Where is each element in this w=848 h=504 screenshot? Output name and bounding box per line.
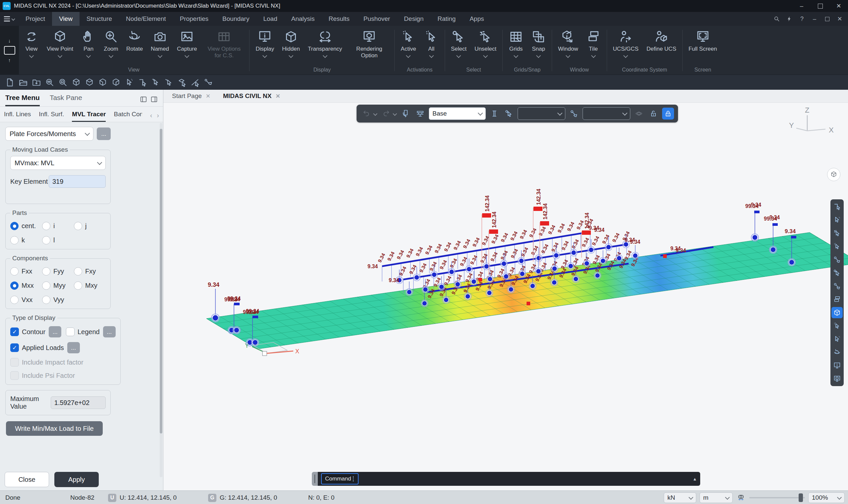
construction-stage-button[interactable] (414, 108, 426, 120)
restore-button[interactable] (811, 0, 829, 12)
radio-part-i[interactable]: i (42, 222, 74, 230)
minimize-button[interactable]: – (792, 0, 811, 12)
tab-batch-conversion[interactable]: Batch Convers (114, 111, 142, 122)
display-info-tool[interactable] (831, 360, 843, 371)
zoom-window-icon[interactable] (58, 77, 68, 87)
ribbon-ucs-gcs-button[interactable]: UCS/GCS (609, 29, 643, 57)
view-top-icon[interactable] (84, 77, 94, 87)
check-more-button[interactable]: ... (103, 326, 116, 338)
select-intersect-tool[interactable] (831, 254, 843, 265)
ribbon-zoom-button[interactable]: Zoom (100, 29, 122, 57)
tab-midas-civil-nx[interactable]: MIDAS CIVIL NX ✕ (218, 90, 285, 102)
ribbon-rotate-button[interactable]: Rotate (122, 29, 147, 52)
command-bar-grip[interactable] (312, 472, 318, 486)
stage-select[interactable]: Base (429, 107, 486, 120)
ribbon-tile-button[interactable]: Tile (582, 29, 605, 57)
ribbon-named-button[interactable]: Named (147, 29, 173, 57)
normal-axis-tool[interactable] (831, 320, 843, 331)
ribbon-hidden-button[interactable]: Hidden (278, 29, 304, 57)
display-option-tool[interactable] (831, 373, 843, 384)
ribbon-pin-control[interactable]: ↓ ↑ (0, 26, 19, 74)
dock-right-icon[interactable] (151, 96, 158, 103)
tab-tree-menu[interactable]: Tree Menu (5, 94, 40, 106)
radio-component-vyy[interactable]: Vyy (42, 296, 74, 304)
previous-step-button[interactable] (400, 108, 412, 120)
ribbon-full-screen-button[interactable]: Full Screen (685, 29, 721, 52)
result-type-more-button[interactable]: ... (97, 127, 111, 140)
menu-properties[interactable]: Properties (173, 12, 215, 26)
subtab-scroll-left-icon[interactable]: ‹ (150, 112, 152, 119)
view-side-icon[interactable] (111, 77, 121, 87)
close-tab-icon[interactable]: ✕ (206, 93, 210, 100)
length-unit-select[interactable]: m (699, 492, 733, 503)
ribbon-unselect-button[interactable]: Unselect (470, 29, 500, 57)
radio-part-l[interactable]: l (42, 236, 74, 245)
menu-load[interactable]: Load (256, 12, 284, 26)
lock-button[interactable] (662, 108, 674, 120)
menu-node-element[interactable]: Node/Element (119, 12, 173, 26)
ribbon-restore-icon[interactable] (821, 13, 833, 24)
display-hidden-toggle[interactable] (831, 307, 843, 318)
unlock-button[interactable] (647, 108, 659, 120)
ribbon-grids-button[interactable]: Grids (505, 29, 527, 57)
check-applied-loads[interactable]: Applied Loads... (10, 342, 80, 353)
radio-component-mxy[interactable]: Mxy (74, 282, 106, 290)
select-identity-icon[interactable] (204, 77, 214, 87)
check-legend[interactable]: Legend... (66, 326, 116, 338)
menu-analysis[interactable]: Analysis (284, 12, 322, 26)
transparency-toggle-icon[interactable] (736, 493, 746, 503)
moving-load-case-select[interactable]: MVmax: MVL (10, 156, 106, 170)
radio-component-fxy[interactable]: Fxy (74, 267, 106, 275)
menu-design[interactable]: Design (397, 12, 431, 26)
slider-thumb[interactable] (799, 493, 803, 502)
radio-component-fxx[interactable]: Fxx (10, 267, 42, 275)
ribbon-select-button[interactable]: Select (447, 29, 470, 57)
model-canvas[interactable]: 9.349.349.349.349.349.349.349.349.349.34… (163, 103, 848, 490)
ribbon-transparency-button[interactable]: Transparency (304, 29, 346, 57)
force-unit-select[interactable]: kN (664, 492, 696, 503)
ribbon-rendering-option-button[interactable]: Rendering Option (346, 29, 392, 59)
tab-infl-surf[interactable]: Infl. Surf. (39, 111, 64, 122)
view-cube-button[interactable] (827, 168, 841, 181)
tab-start-page[interactable]: Start Page ✕ (167, 90, 216, 102)
command-input[interactable]: Command (321, 473, 359, 484)
select-free-icon[interactable] (164, 77, 174, 87)
ribbon-minimize-icon[interactable]: – (809, 13, 820, 24)
pick-key-entity-button[interactable] (568, 108, 580, 120)
ribbon-close-icon[interactable]: ✕ (834, 13, 845, 24)
key-entity-select[interactable] (583, 107, 630, 120)
close-button-panel[interactable]: Close (5, 472, 49, 487)
view-iso-icon[interactable] (71, 77, 81, 87)
menu-boundary[interactable]: Boundary (215, 12, 256, 26)
radio-component-vxx[interactable]: Vxx (10, 296, 42, 304)
select-line-icon[interactable] (190, 77, 201, 87)
radio-part-j[interactable]: j (74, 222, 106, 230)
ribbon-display-button[interactable]: Display (252, 29, 278, 57)
write-minmax-load-button[interactable]: Write Min/Max Load to File (6, 421, 103, 436)
select-window-tool[interactable] (831, 201, 843, 212)
ribbon-define-ucs-button[interactable]: Define UCS (643, 29, 680, 52)
ribbon-view-point-button[interactable]: View Point (43, 29, 77, 57)
select-plane-icon[interactable] (177, 77, 187, 87)
menu-results[interactable]: Results (322, 12, 356, 26)
tab-task-pane[interactable]: Task Pane (50, 94, 82, 106)
apply-button[interactable]: Apply (54, 472, 99, 487)
ribbon-view-button[interactable]: View (20, 29, 43, 57)
zoom-window-corner-tool[interactable] (831, 294, 843, 305)
select-window-icon[interactable] (137, 77, 148, 87)
radio-part-cent[interactable]: cent. (10, 222, 42, 230)
menu-project[interactable]: Project (19, 12, 52, 26)
ribbon-window-button[interactable]: Window (554, 29, 582, 57)
close-button[interactable]: ✕ (829, 0, 848, 12)
unselect-polygon-tool[interactable] (831, 241, 843, 252)
ribbon-active-button[interactable]: Active (397, 29, 420, 57)
dock-left-icon[interactable] (140, 96, 147, 103)
plane-normal-tool[interactable] (831, 334, 843, 345)
radio-component-mxx[interactable]: Mxx (10, 282, 42, 290)
panel-scrollbar[interactable] (160, 123, 162, 477)
pick-select-button[interactable] (503, 108, 515, 120)
check-contour[interactable]: Contour... (10, 326, 66, 338)
ribbon-capture-button[interactable]: Capture (173, 29, 201, 57)
menu-pushover[interactable]: Pushover (357, 12, 397, 26)
select-pick-icon[interactable] (151, 77, 161, 87)
